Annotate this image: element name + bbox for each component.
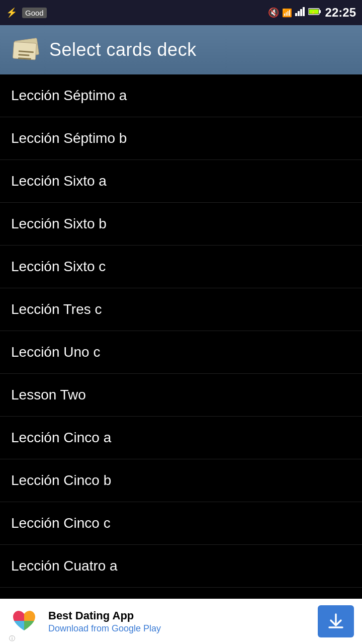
list-item-label: Lesson Two — [11, 387, 86, 403]
list-item-label: Lección Sixto b — [11, 216, 107, 232]
ad-download-button[interactable] — [318, 605, 354, 637]
cards-deck-icon — [10, 37, 40, 62]
ad-banner: Best Dating App Download from Google Pla… — [0, 599, 362, 644]
good-label: Good — [22, 8, 47, 18]
list-item-label: Lección Uno c — [11, 344, 100, 360]
svg-rect-1 — [298, 11, 300, 16]
list-item-label: Lección Sixto a — [11, 173, 107, 189]
svg-rect-5 — [319, 10, 321, 13]
list-item[interactable]: Lección Séptimo a — [0, 74, 362, 117]
ad-logo — [8, 605, 40, 637]
wifi-icon: 📶 — [282, 8, 292, 18]
usb-icon: ⚡ — [6, 7, 17, 18]
list-item-label: Lección Cuatro a — [11, 558, 118, 574]
svg-rect-3 — [303, 7, 305, 16]
list-item[interactable]: Lección Cinco c — [0, 502, 362, 545]
svg-rect-2 — [300, 9, 302, 16]
list-item-label: Lección Tres c — [11, 301, 102, 317]
time-display: 22:25 — [325, 6, 356, 20]
svg-text:⚡: ⚡ — [311, 10, 315, 15]
signal-icon — [295, 7, 305, 18]
svg-rect-0 — [295, 13, 297, 16]
header: Select cards deck — [0, 25, 362, 74]
list-item[interactable]: Lección Cinco a — [0, 417, 362, 459]
list-item-label: Lección Cinco b — [11, 472, 111, 489]
list-item[interactable]: Lección Sixto a — [0, 160, 362, 203]
list-item[interactable]: Lección Tres c — [0, 288, 362, 331]
list-item[interactable]: Lección Sixto c — [0, 246, 362, 288]
list-item-label: Lección Cinco a — [11, 430, 111, 446]
list-item-label: Lección Séptimo a — [11, 88, 127, 104]
list-item[interactable]: Lección Cinco b — [0, 459, 362, 502]
ad-info-icon: ⓘ — [9, 634, 15, 643]
ad-title: Best Dating App — [48, 609, 310, 622]
deck-list: Lección Séptimo a Lección Séptimo b Lecc… — [0, 74, 362, 588]
list-item-label: Lección Sixto c — [11, 259, 106, 275]
list-item[interactable]: Lección Uno c — [0, 331, 362, 374]
status-right: 🔇 📶 ⚡ 22:25 — [268, 6, 356, 20]
page-title: Select cards deck — [49, 39, 197, 60]
status-bar: ⚡ Good 🔇 📶 — [0, 0, 362, 25]
list-item[interactable]: Lección Sixto b — [0, 203, 362, 246]
status-icons: 🔇 📶 ⚡ — [268, 7, 321, 18]
list-item[interactable]: Lección Cuatro a — [0, 545, 362, 588]
ad-subtitle: Download from Google Play — [48, 623, 310, 634]
battery-icon: ⚡ — [308, 8, 321, 18]
list-item[interactable]: Lesson Two — [0, 374, 362, 417]
status-left: ⚡ Good — [6, 7, 47, 18]
list-item[interactable]: Lección Séptimo b — [0, 117, 362, 160]
list-item-label: Lección Cinco c — [11, 515, 111, 531]
mute-icon: 🔇 — [268, 7, 279, 18]
list-item-label: Lección Séptimo b — [11, 130, 127, 146]
ad-text: Best Dating App Download from Google Pla… — [48, 609, 310, 634]
